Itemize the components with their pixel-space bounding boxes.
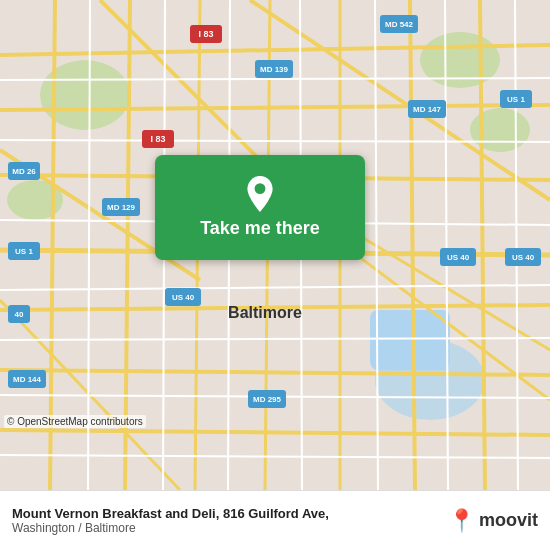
- svg-point-3: [470, 108, 530, 152]
- svg-text:I 83: I 83: [150, 134, 165, 144]
- attribution-text: © OpenStreetMap contributors: [7, 416, 143, 427]
- svg-text:MD 295: MD 295: [253, 395, 282, 404]
- svg-text:US 40: US 40: [172, 293, 195, 302]
- svg-text:MD 144: MD 144: [13, 375, 42, 384]
- svg-text:MD 129: MD 129: [107, 203, 136, 212]
- svg-text:US 1: US 1: [507, 95, 525, 104]
- moovit-logo-text: moovit: [479, 510, 538, 531]
- location-name: Mount Vernon Breakfast and Deli, 816 Gui…: [12, 506, 329, 521]
- svg-text:MD 147: MD 147: [413, 105, 442, 114]
- svg-text:MD 26: MD 26: [12, 167, 36, 176]
- map-attribution: © OpenStreetMap contributors: [4, 415, 146, 428]
- svg-text:US 40: US 40: [447, 253, 470, 262]
- info-bar: Mount Vernon Breakfast and Deli, 816 Gui…: [0, 490, 550, 550]
- svg-text:40: 40: [15, 310, 24, 319]
- location-info: Mount Vernon Breakfast and Deli, 816 Gui…: [12, 506, 329, 535]
- map-container: I 83 MD 542 MD 139 MD 26 I 83 MD 147 US …: [0, 0, 550, 490]
- svg-text:Baltimore: Baltimore: [228, 304, 302, 321]
- location-sub: Washington / Baltimore: [12, 521, 329, 535]
- location-pin-icon: [242, 176, 278, 212]
- svg-text:US 1: US 1: [15, 247, 33, 256]
- svg-point-2: [420, 32, 500, 88]
- moovit-logo: 📍 moovit: [448, 508, 538, 534]
- svg-text:US 40: US 40: [512, 253, 535, 262]
- svg-text:MD 139: MD 139: [260, 65, 289, 74]
- svg-text:I 83: I 83: [198, 29, 213, 39]
- svg-point-72: [255, 183, 266, 194]
- take-me-there-button[interactable]: Take me there: [155, 155, 365, 260]
- button-label: Take me there: [200, 218, 320, 239]
- svg-point-6: [375, 340, 485, 420]
- svg-text:MD 542: MD 542: [385, 20, 414, 29]
- moovit-pin-icon: 📍: [448, 508, 475, 534]
